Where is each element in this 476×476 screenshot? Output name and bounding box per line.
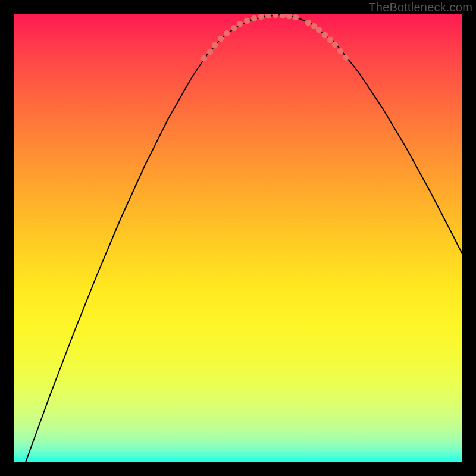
curve-marker (337, 48, 343, 54)
plot-area (14, 14, 462, 462)
curve-marker (258, 14, 264, 20)
bottleneck-curve (14, 14, 462, 462)
curve-marker (218, 36, 224, 42)
curve-marker (332, 42, 338, 48)
curve-marker (251, 15, 257, 21)
watermark-text: TheBottleneck.com (368, 1, 472, 14)
curve-marker (207, 49, 213, 55)
curve-marker (231, 25, 237, 31)
chart-frame: TheBottleneck.com (0, 0, 476, 476)
curve-marker (265, 14, 271, 18)
curve-marker (316, 27, 322, 33)
curve-marker (327, 37, 333, 43)
curve-marker (286, 14, 292, 19)
curve-marker (322, 32, 328, 38)
curve-marker (343, 55, 349, 61)
curve-marker (201, 55, 207, 61)
curve-marker (237, 21, 243, 27)
curve-marker (244, 18, 250, 24)
curve-marker (280, 14, 286, 18)
curve-marker (224, 30, 230, 36)
curve-marker (212, 42, 218, 48)
curve-marker (293, 14, 299, 20)
curve-marker (305, 20, 311, 26)
curve-marker (273, 14, 278, 18)
